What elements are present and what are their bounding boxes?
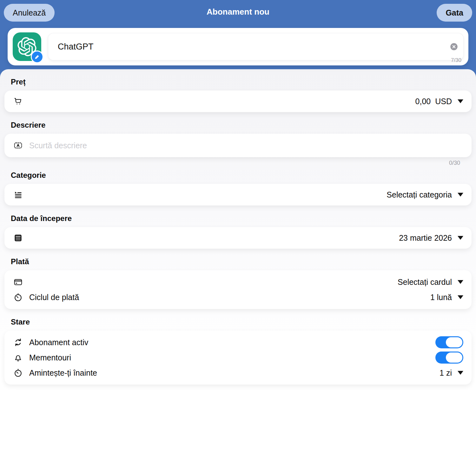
payment-card: Selectați cardul Ciclul de plată 1 lună xyxy=(4,270,472,309)
text-box-icon xyxy=(13,141,23,150)
toggle-knob xyxy=(446,337,462,347)
nav-bar: Anulează Abonament nou Gata xyxy=(0,0,476,23)
active-subscription-toggle[interactable] xyxy=(435,336,463,348)
bell-icon xyxy=(13,353,23,362)
price-amount[interactable]: 0,00 xyxy=(415,97,431,106)
remind-before-label: Amintește-ți înainte xyxy=(29,368,97,378)
price-card: 0,00 USD xyxy=(4,91,472,112)
start-date-card: 23 martie 2026 xyxy=(4,227,472,249)
calendar-icon xyxy=(13,233,23,243)
chevron-down-icon xyxy=(458,371,463,375)
start-date-row[interactable]: 23 martie 2026 xyxy=(4,227,472,249)
category-card: Selectați categoria xyxy=(4,184,472,205)
category-row[interactable]: Selectați categoria xyxy=(4,184,472,205)
payment-card-value-group: Selectați cardul xyxy=(398,278,463,287)
description-input[interactable] xyxy=(29,141,463,150)
payment-cycle-row[interactable]: Ciclul de plată 1 lună xyxy=(4,290,472,305)
price-value-group: 0,00 USD xyxy=(415,97,463,106)
name-card: 7/30 xyxy=(8,28,468,65)
chevron-down-icon xyxy=(458,99,463,103)
credit-card-icon xyxy=(13,277,23,287)
start-date-dropdown[interactable]: 23 martie 2026 xyxy=(399,233,452,243)
category-section-label: Categorie xyxy=(11,171,465,180)
chevron-down-icon xyxy=(458,295,463,299)
cycle-value-group: 1 lună xyxy=(430,293,463,302)
card-dropdown[interactable]: Selectați cardul xyxy=(398,278,452,287)
category-value-group: Selectați categoria xyxy=(387,190,463,199)
cycle-label: Ciclul de plată xyxy=(29,293,79,302)
remind-before-dropdown[interactable]: 1 zi xyxy=(440,368,452,378)
start-date-value-group: 23 martie 2026 xyxy=(399,233,463,243)
cycle-dropdown[interactable]: 1 lună xyxy=(430,293,452,302)
clear-name-button[interactable] xyxy=(450,43,458,51)
description-card xyxy=(4,134,472,157)
category-dropdown[interactable]: Selectați categoria xyxy=(387,190,452,199)
subscription-name-input[interactable] xyxy=(58,42,443,52)
new-subscription-modal: Anulează Abonament nou Gata xyxy=(0,0,476,476)
app-icon-chatgpt[interactable] xyxy=(13,32,41,61)
reminders-row: Mementouri xyxy=(4,350,472,365)
toggle-knob xyxy=(446,352,462,363)
timer-icon xyxy=(13,292,23,302)
done-button[interactable]: Gata xyxy=(437,4,472,22)
name-char-counter: 7/30 xyxy=(451,57,461,64)
chevron-down-icon xyxy=(458,280,463,284)
payment-section-label: Plată xyxy=(11,257,465,266)
pencil-icon xyxy=(31,50,43,63)
description-char-counter: 0/30 xyxy=(16,160,460,166)
currency-dropdown[interactable]: USD xyxy=(435,97,452,106)
reminders-toggle[interactable] xyxy=(435,352,463,364)
status-section-label: Stare xyxy=(11,318,465,326)
reminders-label: Mementouri xyxy=(29,353,71,362)
cancel-button[interactable]: Anulează xyxy=(4,4,55,22)
subscription-name-field[interactable] xyxy=(48,33,463,60)
description-row xyxy=(4,134,472,157)
active-subscription-row: Abonament activ xyxy=(4,335,472,350)
category-list-icon xyxy=(13,190,23,199)
cart-icon xyxy=(13,97,23,106)
status-card: Abonament activ Mementouri xyxy=(4,331,472,385)
remind-before-row[interactable]: Amintește-ți înainte 1 zi xyxy=(4,365,472,380)
price-row[interactable]: 0,00 USD xyxy=(4,91,472,112)
description-section-label: Descriere xyxy=(11,121,465,130)
remind-before-value-group: 1 zi xyxy=(440,368,463,378)
x-circle-icon xyxy=(450,47,458,52)
price-section-label: Preț xyxy=(11,77,465,86)
active-subscription-label: Abonament activ xyxy=(29,338,88,347)
payment-card-row[interactable]: Selectați cardul xyxy=(4,274,472,290)
form-sheet: Preț 0,00 USD Descriere xyxy=(0,69,476,476)
page-title: Abonament nou xyxy=(207,7,269,17)
start-date-section-label: Data de începere xyxy=(11,214,465,223)
chevron-down-icon xyxy=(458,193,463,197)
refresh-icon xyxy=(13,338,23,347)
chevron-down-icon xyxy=(458,236,463,240)
timer-icon xyxy=(13,368,23,378)
